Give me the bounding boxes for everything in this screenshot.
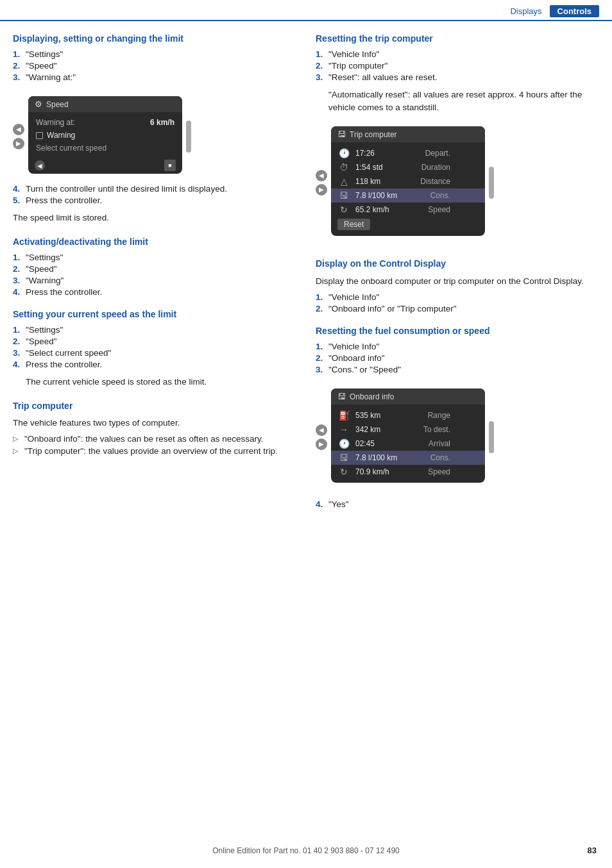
step-num: 2. bbox=[316, 353, 325, 363]
onboard-screen-icon: 🖫 bbox=[337, 392, 346, 401]
trip-row-duration: ⏱ 1:54 std Duration bbox=[331, 160, 485, 174]
step-item: 4. Press the controller. bbox=[13, 287, 296, 297]
left-column: Displaying, setting or changing the limi… bbox=[13, 33, 296, 521]
duration-value: 1:54 std bbox=[355, 163, 407, 172]
section-control-display: Display on the Control Display Display t… bbox=[316, 258, 599, 313]
step-item: 3. "Cons." or "Speed" bbox=[316, 365, 599, 374]
trip-row-depart: 🕐 17:26 Depart. bbox=[331, 146, 485, 160]
step-item: 2. "Onboard info" or "Trip computer" bbox=[316, 304, 599, 313]
bullet-text: "Trip computer": the values provide an o… bbox=[24, 446, 278, 456]
step-item: 2. "Speed" bbox=[13, 61, 296, 71]
trip-computer-screen: 🖫 Trip computer 🕐 17:26 Depart. ⏱ 1:54 s… bbox=[331, 126, 485, 236]
step-num: 4. bbox=[316, 499, 325, 509]
step-num: 2. bbox=[316, 304, 325, 313]
speed-screen-container: ◀ ▶ ⚙ Speed Warning at: 6 km/h bbox=[13, 88, 296, 184]
step-num: 3. bbox=[13, 72, 22, 82]
todest-label: To dest. bbox=[412, 425, 450, 434]
top-nav: Displays Controls bbox=[0, 0, 612, 21]
current-speed-sub-note: The current vehicle speed is stored as t… bbox=[26, 376, 296, 388]
step-num: 2. bbox=[316, 61, 325, 71]
trip-screen-title: Trip computer bbox=[350, 130, 397, 139]
step-item: 1. "Settings" bbox=[13, 325, 296, 335]
step-item: 3. "Reset": all values are reset. bbox=[316, 72, 599, 82]
step-text: Turn the controller until the desired li… bbox=[26, 184, 227, 194]
section-set-speed-limit: Setting your current speed as the limit … bbox=[13, 308, 296, 388]
bullet-text: "Onboard info": the values can be reset … bbox=[24, 434, 264, 444]
trip-screen-body: 🕐 17:26 Depart. ⏱ 1:54 std Duration △ 11… bbox=[331, 142, 485, 236]
nav-controls[interactable]: Controls bbox=[550, 5, 599, 17]
step-text: Press the controller. bbox=[26, 287, 102, 297]
trip-screen-icon: 🖫 bbox=[337, 129, 346, 139]
onboard-screen-down-btn[interactable]: ▶ bbox=[316, 438, 327, 450]
nav-displays[interactable]: Displays bbox=[502, 5, 549, 17]
screen-nav-arrows: ◀ ■ bbox=[28, 157, 182, 174]
step-num: 2. bbox=[13, 61, 22, 71]
screen-scrollbar bbox=[186, 121, 191, 153]
cons-value: 7.8 l/100 km bbox=[355, 191, 407, 200]
footer-text: Online Edition for Part no. 01 40 2 903 … bbox=[212, 846, 400, 855]
speed-icon: ↻ bbox=[337, 204, 350, 215]
step-num: 1. bbox=[316, 292, 325, 302]
trip-screen-up-btn[interactable]: ◀ bbox=[316, 170, 327, 181]
cons-icon: 🖫 bbox=[337, 190, 350, 201]
step-text: "Onboard info" or "Trip computer" bbox=[328, 304, 457, 313]
section-reset-trip-heading: Resetting the trip computer bbox=[316, 33, 599, 44]
ok-icon: ■ bbox=[168, 162, 171, 169]
trip-row-cons: 🖫 7.8 l/100 km Cons. bbox=[331, 188, 485, 203]
step-item: 1. "Settings" bbox=[13, 253, 296, 262]
screen-left-arrow[interactable]: ◀ bbox=[35, 160, 45, 171]
duration-icon: ⏱ bbox=[337, 162, 350, 172]
onboard-screen-left-controls: ◀ ▶ bbox=[316, 424, 327, 450]
onboard-screen-body: ⛽ 535 km Range → 342 km To dest. 🕐 02:45 bbox=[331, 405, 485, 483]
step-num: 4. bbox=[13, 184, 22, 194]
step-text: "Trip computer" bbox=[328, 61, 387, 71]
screen-down-btn[interactable]: ▶ bbox=[13, 138, 24, 149]
onboard-screen-up-btn[interactable]: ◀ bbox=[316, 424, 327, 436]
trip-reset-btn[interactable]: Reset bbox=[337, 219, 370, 230]
onboard-speed-icon: ↻ bbox=[337, 467, 350, 477]
trip-computer-intro: The vehicle features two types of comput… bbox=[13, 417, 296, 430]
section-display-limit-heading: Displaying, setting or changing the limi… bbox=[13, 33, 296, 44]
step-text: "Warning at:" bbox=[26, 72, 76, 82]
step-item: 4. Press the controller. bbox=[13, 360, 296, 369]
step-text: "Vehicle Info" bbox=[328, 49, 379, 59]
section-display-limit: Displaying, setting or changing the limi… bbox=[13, 33, 296, 224]
warning-checkbox-label: Warning bbox=[47, 131, 75, 140]
onboard-cons-icon: 🖫 bbox=[337, 453, 350, 463]
section-set-speed-steps: 1. "Settings" 2. "Speed" 3. "Select curr… bbox=[13, 325, 296, 369]
bullet-item: ▷ "Trip computer": the values provide an… bbox=[13, 446, 296, 456]
step-item: 1. "Vehicle Info" bbox=[316, 342, 599, 351]
onboard-screen-scrollbar bbox=[489, 421, 494, 453]
step-text: Press the controller. bbox=[26, 196, 102, 205]
arrival-value: 02:45 bbox=[355, 439, 407, 448]
step-item: 1. "Settings" bbox=[13, 49, 296, 59]
section-reset-fuel: Resetting the fuel consumption or speed … bbox=[316, 325, 599, 509]
trip-screen-down-btn[interactable]: ▶ bbox=[316, 184, 327, 196]
onboard-row-todest: → 342 km To dest. bbox=[331, 422, 485, 437]
step-num: 3. bbox=[13, 276, 22, 285]
screen-up-btn[interactable]: ◀ bbox=[13, 124, 24, 135]
section-display-limit-steps-after: 4. Turn the controller until the desired… bbox=[13, 184, 296, 205]
speed-screen-body: Warning at: 6 km/h Warning Select curren… bbox=[28, 112, 182, 157]
speed-label: Speed bbox=[412, 205, 450, 214]
section-reset-fuel-steps: 1. "Vehicle Info" 2. "Onboard info" 3. "… bbox=[316, 342, 599, 374]
speed-screen-title: Speed bbox=[46, 100, 69, 109]
distance-value: 118 km bbox=[355, 177, 407, 186]
trip-screen-header: 🖫 Trip computer bbox=[331, 126, 485, 142]
screen-ok-btn[interactable]: ■ bbox=[164, 160, 176, 171]
step-text: "Settings" bbox=[26, 253, 63, 262]
trip-reset-row: Reset bbox=[331, 217, 485, 232]
step-item: 2. "Speed" bbox=[13, 264, 296, 274]
step-text: "Reset": all values are reset. bbox=[328, 72, 437, 82]
cons-label: Cons. bbox=[412, 191, 450, 200]
speed-screen: ⚙ Speed Warning at: 6 km/h Warning Selec… bbox=[28, 96, 182, 174]
step-text: "Speed" bbox=[26, 264, 57, 274]
speed-screen-icon: ⚙ bbox=[35, 99, 42, 109]
control-display-intro: Display the onboard computer or trip com… bbox=[316, 275, 599, 288]
warning-checkbox[interactable] bbox=[36, 132, 43, 139]
speed-stored-note: The speed limit is stored. bbox=[13, 212, 296, 224]
step-text: "Vehicle Info" bbox=[328, 292, 379, 302]
trip-screen-left-controls: ◀ ▶ bbox=[316, 170, 327, 196]
step-item: 2. "Trip computer" bbox=[316, 61, 599, 71]
onboard-row-arrival: 🕐 02:45 Arrival bbox=[331, 437, 485, 451]
